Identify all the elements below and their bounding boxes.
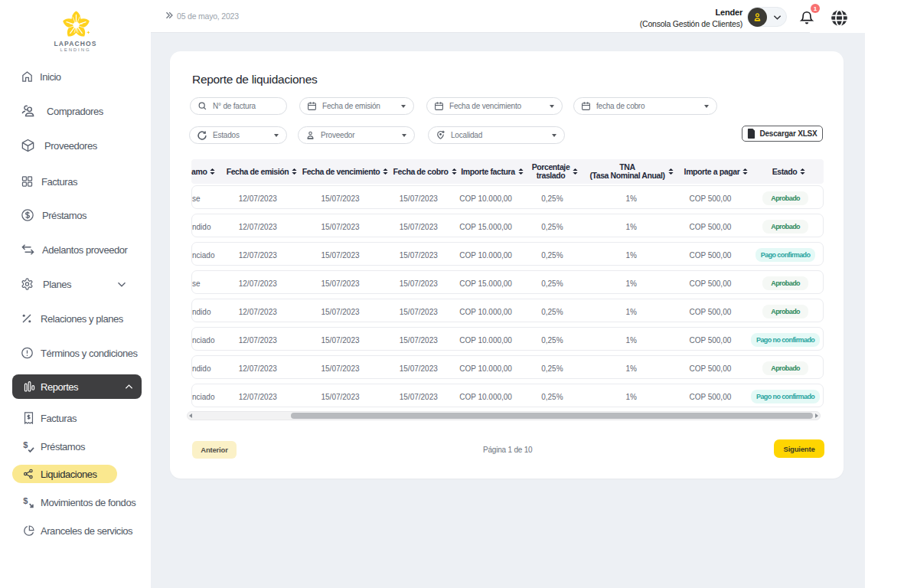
svg-text:$: $	[23, 496, 28, 505]
svg-text:$: $	[23, 440, 28, 449]
